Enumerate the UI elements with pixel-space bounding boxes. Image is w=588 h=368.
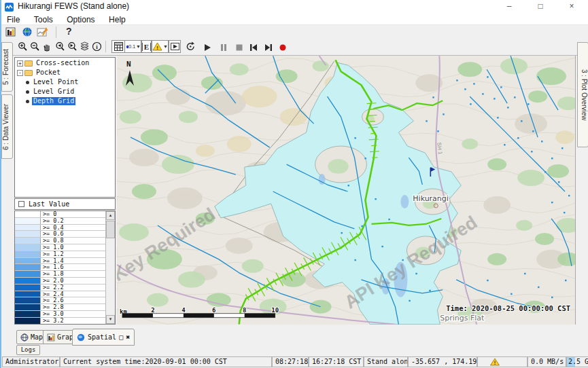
map-globe-icon: [20, 333, 29, 342]
svg-text:SH 1: SH 1: [436, 142, 443, 155]
skip-end-icon[interactable]: [264, 42, 274, 52]
scroll-up-icon[interactable]: ▲: [106, 211, 115, 220]
legend-row-label: >= 2.8: [41, 304, 105, 310]
tree-item-label[interactable]: Pocket: [35, 69, 62, 77]
legend-color-swatch: [15, 318, 41, 324]
svg-text:!: !: [156, 45, 158, 51]
scroll-down-icon[interactable]: ▼: [106, 315, 115, 324]
legend-color-swatch: [15, 304, 41, 310]
legend-list: >= 0>= 0.2>= 0.4>= 0.6>= 0.8>= 1.0>= 1.2…: [14, 210, 116, 325]
skip-start-icon[interactable]: [249, 42, 259, 52]
map-canvas[interactable]: API Key RequiredAPI Key RequiredSH 1Hiku…: [117, 56, 576, 325]
tree-item-label[interactable]: Level Grid: [32, 88, 75, 96]
record-icon[interactable]: [279, 42, 289, 52]
folder-icon: [24, 70, 33, 76]
legend-row-label: >= 3.0: [41, 311, 105, 317]
window-title: Hikurangi FEWS (Stand alone): [18, 1, 129, 11]
legend-row[interactable]: >= 3.2: [15, 318, 105, 325]
legend-color-swatch: [15, 271, 41, 277]
legend-color-swatch: [15, 291, 41, 297]
legend-row-label: >= 1.8: [41, 271, 105, 277]
status-user: Administrator: [2, 356, 60, 367]
warning-icon: !: [490, 358, 500, 366]
zoom-next-icon[interactable]: [67, 41, 77, 52]
warning-threshold-icon[interactable]: !▼: [152, 40, 169, 53]
legend-row-label: >= 2.2: [41, 284, 105, 291]
legend-color-swatch: [15, 211, 41, 217]
zoom-out-icon[interactable]: [30, 41, 40, 52]
node-bullet-icon: [26, 81, 29, 84]
tree-item-depth-grid[interactable]: Depth Grid: [15, 97, 115, 105]
database-chart-icon[interactable]: [5, 26, 16, 37]
tab-plot-overview[interactable]: 3 : Plot Overview: [577, 42, 588, 147]
stop-icon[interactable]: [235, 42, 245, 52]
spatial-display-icon[interactable]: [37, 26, 48, 37]
menu-bar: File Tools Options Help: [1, 13, 588, 25]
globe-icon[interactable]: [22, 26, 33, 37]
maximize-button[interactable]: □: [529, 0, 552, 13]
zoom-in-icon[interactable]: [18, 41, 28, 52]
spatial-globe-icon: [77, 333, 85, 342]
tab-close-icon[interactable]: ✖: [126, 333, 130, 341]
toolbar-separator: [56, 26, 56, 38]
close-button[interactable]: ×: [560, 0, 583, 13]
tree-toggle-icon[interactable]: +: [17, 60, 23, 67]
zoom-previous-icon[interactable]: [55, 41, 65, 52]
tab-restore-icon[interactable]: □: [119, 333, 123, 341]
legend-row-label: >= 0.2: [41, 218, 105, 224]
legend-row-label: >= 0: [41, 211, 105, 217]
play-icon[interactable]: [203, 42, 213, 52]
menu-help[interactable]: Help: [103, 14, 131, 24]
scroll-thumb[interactable]: [106, 221, 115, 238]
status-warning-segment[interactable]: !: [477, 356, 528, 367]
tree-item-label[interactable]: Cross-section: [35, 59, 90, 67]
legend-color-swatch: [15, 297, 41, 303]
tree-item-level-point[interactable]: Level Point: [15, 78, 115, 86]
layers-icon[interactable]: [80, 41, 90, 52]
svg-text:N: N: [126, 60, 131, 69]
title-bar: Hikurangi FEWS (Stand alone) – □ ×: [1, 0, 588, 13]
node-bullet-icon: [26, 100, 29, 103]
legend-row-label: >= 1.6: [41, 264, 105, 270]
legend-scrollbar[interactable]: ▲ ▼: [105, 211, 115, 324]
svg-text:Time: 2020-08-25 00:00:00 CST: Time: 2020-08-25 00:00:00 CST: [446, 304, 570, 312]
tab-forecast[interactable]: 5 : Forecast: [1, 42, 13, 92]
info-icon[interactable]: i: [92, 41, 102, 52]
pan-hand-icon[interactable]: [42, 41, 52, 52]
help-icon[interactable]: ?: [66, 26, 72, 37]
menu-options[interactable]: Options: [61, 14, 100, 24]
tree-item-pocket[interactable]: -Pocket: [15, 69, 115, 77]
tab-spatial[interactable]: Spatial □ ✖: [72, 329, 135, 346]
tree-item-cross-section[interactable]: +Cross-section: [15, 59, 115, 67]
bottom-tab-bar: Map Graph Spatial □ ✖ Logs: [1, 325, 588, 356]
legend-color-swatch: [15, 311, 41, 317]
minimize-button[interactable]: –: [498, 0, 521, 13]
tree-item-level-grid[interactable]: Level Grid: [15, 88, 115, 96]
tree-toggle-icon[interactable]: -: [17, 70, 23, 76]
tree-item-label[interactable]: Level Point: [32, 78, 80, 86]
pause-icon[interactable]: [220, 42, 230, 52]
legend-row-label: >= 3.2: [41, 318, 105, 324]
last-value-checkbox[interactable]: [18, 201, 24, 207]
svg-text:6: 6: [212, 307, 215, 314]
legend-row-label: >= 2.4: [41, 291, 105, 297]
legend-icon[interactable]: E: [141, 40, 152, 53]
grid-icon[interactable]: [111, 40, 125, 53]
tree-item-label[interactable]: Depth Grid: [32, 97, 75, 105]
svg-text:i: i: [96, 43, 98, 50]
status-gmt-time: 08:27:18 GMT: [272, 356, 309, 367]
logs-button[interactable]: Logs: [16, 345, 40, 355]
animation-export-icon[interactable]: [169, 40, 181, 53]
last-value-label: Last Value: [29, 200, 69, 208]
legend-row-label: >= 2.6: [41, 297, 105, 303]
tab-data-viewer[interactable]: 6 : Data Viewer: [1, 94, 13, 159]
menu-file[interactable]: File: [1, 14, 25, 24]
svg-text:10: 10: [271, 307, 279, 314]
menu-tools[interactable]: Tools: [29, 14, 58, 24]
last-value-panel: Last Value: [14, 198, 116, 210]
status-local-time: 16:27:18 CST: [309, 356, 364, 367]
contour-label-icon[interactable]: 0.1▼: [124, 40, 141, 53]
main-toolbar: ?: [1, 25, 588, 39]
reload-icon[interactable]: [185, 41, 195, 51]
legend-color-swatch: [15, 238, 41, 244]
